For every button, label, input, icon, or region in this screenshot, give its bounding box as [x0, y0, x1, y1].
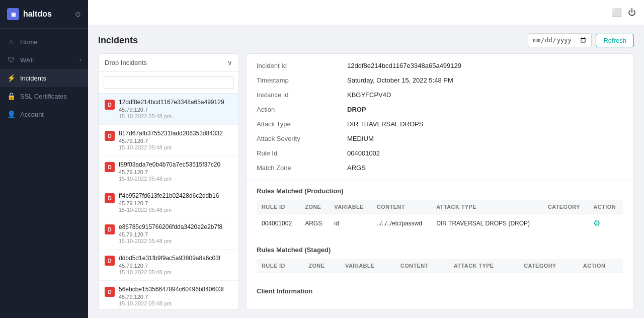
incident-ip: 45.79.120.7: [119, 231, 232, 237]
incident-badge: D: [105, 131, 115, 141]
sidebar-item-home[interactable]: ⌂ Home: [0, 33, 88, 51]
incident-time: 15-10-2022 05:48 pm: [119, 269, 232, 275]
rules-production-title: Rules Matched (Production): [257, 187, 623, 195]
incident-badge: D: [105, 256, 115, 266]
incident-item[interactable]: D 12ddf8e214bcd1167e3348a65a499129 45.79…: [99, 94, 238, 125]
topbar: ⬜ ⏻: [88, 0, 644, 25]
incident-item[interactable]: D f89f03ada7e0b4b70a7ec53515f37c20 45.79…: [99, 156, 238, 187]
rules-production-section: Rules Matched (Production) RULE IDZONEVA…: [247, 180, 633, 239]
waf-icon: 🛡: [7, 56, 15, 64]
main-area: ⬜ ⏻ Incidents Refresh Drop Incidents ∨ D: [88, 0, 644, 318]
monitor-icon[interactable]: ⬜: [612, 8, 622, 17]
incident-item[interactable]: D 56ebcbe15356647894c60496b840603f 45.79…: [99, 281, 238, 309]
logo-area: ▦ haltdos ⊙: [0, 0, 88, 29]
rules-staged-thead: RULE IDZONEVARIABLECONTENTATTACK TYPECAT…: [257, 259, 623, 273]
column-header: ATTACK TYPE: [449, 259, 519, 273]
incident-info: f89f03ada7e0b4b70a7ec53515f37c20 45.79.1…: [119, 161, 232, 182]
sidebar-item-waf[interactable]: 🛡 WAF ›: [0, 51, 88, 69]
incident-info: 817d67afb3755231fadd206353d84332 45.79.1…: [119, 130, 232, 150]
incident-badge: D: [105, 193, 115, 203]
incident-info: e86785c915766206fdda3420e2e2b7f8 45.79.1…: [119, 223, 232, 244]
rule-id-cell: 004001002: [257, 214, 300, 232]
column-header: ATTACK TYPE: [431, 200, 542, 214]
rules-production-thead: RULE IDZONEVARIABLECONTENTATTACK TYPECAT…: [257, 200, 623, 214]
match-zone-label: Match Zone: [257, 164, 337, 172]
incident-badge: D: [105, 100, 115, 110]
incident-item[interactable]: D e86785c915766206fdda3420e2e2b7f8 45.79…: [99, 218, 238, 250]
client-info-section: Client Information: [247, 280, 633, 307]
sidebar-item-ssl-label: SSL Certificates: [20, 93, 67, 100]
power-icon[interactable]: ⏻: [628, 8, 636, 17]
sidebar-nav: ⌂ Home 🛡 WAF › ⚡ Incidents 🔒 SSL Certifi…: [0, 29, 88, 318]
rules-staged-table: RULE IDZONEVARIABLECONTENTATTACK TYPECAT…: [257, 259, 623, 273]
column-header: RULE ID: [257, 200, 300, 214]
sidebar-item-incidents-label: Incidents: [20, 74, 46, 82]
incident-item[interactable]: D 817d67afb3755231fadd206353d84332 45.79…: [99, 125, 238, 156]
incident-info: 56ebcbe15356647894c60496b840603f 45.79.1…: [119, 286, 232, 306]
column-header: VARIABLE: [340, 259, 395, 273]
incident-time: 15-10-2022 05:48 pm: [119, 300, 232, 306]
rules-production-tbody: 004001002ARGSid../../../etc/passwdDIR TR…: [257, 214, 623, 232]
panels: Drop Incidents ∨ D 12ddf8e214bcd1167e334…: [98, 53, 634, 310]
timestamp-label: Timestamp: [257, 76, 337, 84]
instance-id-label: Instance Id: [257, 91, 337, 99]
incident-id-value: 12ddf8e214bcd1167e3348a65a499129: [347, 62, 623, 69]
rules-staged-section: Rules Matched (Staged) RULE IDZONEVARIAB…: [247, 239, 633, 280]
settings-icon[interactable]: ⊙: [75, 10, 81, 18]
category-cell: [543, 214, 589, 232]
rules-staged-title: Rules Matched (Staged): [257, 246, 623, 254]
sidebar-item-waf-label: WAF: [20, 56, 34, 64]
incident-ip: 45.79.120.7: [119, 263, 232, 269]
attack-type-value: DIR TRAVERSAL DROPS: [347, 120, 623, 128]
attack-severity-value: MEDIUM: [347, 135, 623, 142]
attack-type-cell: DIR TRAVERSAL DROPS (DROP): [431, 214, 542, 232]
incidents-icon: ⚡: [7, 74, 15, 82]
column-header: ACTION: [578, 259, 623, 273]
logo-icon: ▦: [7, 8, 19, 20]
page-title: Incidents: [98, 35, 138, 46]
sidebar-item-incidents[interactable]: ⚡ Incidents: [0, 69, 88, 87]
refresh-button[interactable]: Refresh: [596, 34, 634, 47]
account-icon: 👤: [7, 110, 15, 118]
incident-ip: 45.79.120.7: [119, 169, 232, 175]
dropdown-header[interactable]: Drop Incidents ∨: [99, 54, 238, 72]
action-icon[interactable]: ⚙: [593, 219, 600, 227]
action-cell: ⚙: [588, 214, 623, 232]
ssl-icon: 🔒: [7, 92, 15, 100]
rules-staged-header-row: RULE IDZONEVARIABLECONTENTATTACK TYPECAT…: [257, 259, 623, 273]
date-filter: Refresh: [528, 33, 634, 47]
match-zone-value: ARGS: [347, 164, 623, 172]
sidebar-item-account-label: Account: [20, 111, 44, 118]
column-header: RULE ID: [257, 259, 303, 273]
date-input[interactable]: [528, 33, 592, 47]
column-header: CONTENT: [372, 200, 431, 214]
incident-ip: 45.79.120.7: [119, 138, 232, 144]
home-icon: ⌂: [7, 38, 15, 46]
chevron-right-icon: ›: [79, 57, 81, 63]
sidebar-item-home-label: Home: [20, 38, 38, 46]
detail-section: Incident Id 12ddf8e214bcd1167e3348a65a49…: [247, 54, 633, 180]
variable-cell: id: [329, 214, 372, 232]
incident-ip: 45.79.120.7: [119, 294, 232, 300]
table-row: 004001002ARGSid../../../etc/passwdDIR TR…: [257, 214, 623, 232]
search-input[interactable]: [104, 76, 233, 89]
rule-id-label: Rule Id: [257, 149, 337, 157]
incident-time: 15-10-2022 05:48 pm: [119, 176, 232, 182]
content-cell: ../../../etc/passwd: [372, 214, 431, 232]
incident-id: 56ebcbe15356647894c60496b840603f: [119, 286, 232, 293]
timestamp-value: Saturday, October 15, 2022 5:48 PM: [347, 76, 623, 84]
client-info-title: Client Information: [257, 287, 623, 295]
incident-id: ddbd5d1e31fb9f9ac5a93809a8a6c03f: [119, 255, 232, 262]
incident-id: 12ddf8e214bcd1167e3348a65a499129: [119, 99, 232, 106]
sidebar-item-ssl[interactable]: 🔒 SSL Certificates: [0, 87, 88, 105]
column-header: CATEGORY: [543, 200, 589, 214]
incident-detail-panel: Incident Id 12ddf8e214bcd1167e3348a65a49…: [246, 53, 634, 310]
sidebar-item-account[interactable]: 👤 Account: [0, 105, 88, 123]
incident-time: 15-10-2022 05:48 pm: [119, 144, 232, 150]
column-header: CATEGORY: [519, 259, 578, 273]
incident-item[interactable]: D ddbd5d1e31fb9f9ac5a93809a8a6c03f 45.79…: [99, 250, 238, 281]
incident-badge: D: [105, 287, 115, 297]
incident-badge: D: [105, 224, 115, 234]
incident-info: ff4b9527fd613fe21b02428d6c2ddb16 45.79.1…: [119, 192, 232, 213]
incident-item[interactable]: D ff4b9527fd613fe21b02428d6c2ddb16 45.79…: [99, 187, 238, 218]
